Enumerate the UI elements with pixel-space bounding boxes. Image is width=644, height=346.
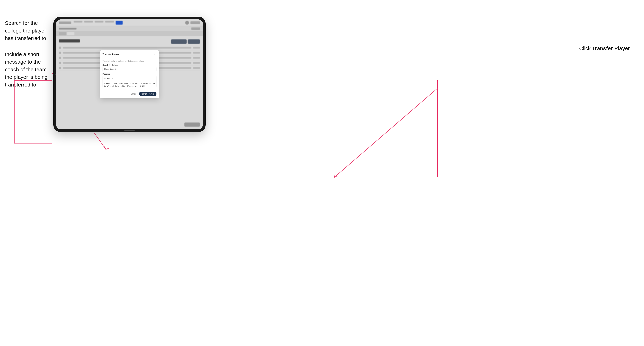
- dialog-body: Transfer the player and their profile to…: [100, 58, 159, 90]
- cancel-button[interactable]: Cancel: [129, 92, 138, 96]
- annotation-message-text: Include a short message to the coach of …: [5, 50, 52, 89]
- close-button[interactable]: ×: [153, 53, 156, 56]
- dialog-description: Transfer the player and their profile to…: [102, 60, 156, 62]
- message-textarea[interactable]: Hi Coach, I understand Chris Robertson h…: [102, 76, 156, 87]
- annotation-transfer-bold: Transfer Player: [592, 45, 630, 51]
- transfer-player-button[interactable]: Transfer Player: [139, 92, 156, 96]
- dialog-title: Transfer Player: [102, 53, 119, 56]
- tablet-screen: Transfer Player × Transfer the player an…: [56, 19, 203, 129]
- message-label: Message: [102, 73, 156, 75]
- dialog-footer: Cancel Transfer Player: [100, 90, 159, 98]
- search-college-input[interactable]: [102, 67, 156, 71]
- annotation-click-text: Click: [579, 45, 592, 51]
- tablet-home-button: [124, 130, 135, 131]
- annotation-search-text: Search for the college the player has tr…: [5, 19, 52, 42]
- annotation-left: Search for the college the player has tr…: [5, 19, 52, 97]
- search-college-label: Search for College: [102, 64, 156, 66]
- transfer-player-dialog: Transfer Player × Transfer the player an…: [100, 50, 159, 98]
- dialog-header: Transfer Player ×: [100, 50, 159, 58]
- modal-overlay: Transfer Player × Transfer the player an…: [56, 19, 203, 129]
- tablet-frame: Transfer Player × Transfer the player an…: [54, 16, 206, 132]
- annotation-right: Click Transfer Player: [579, 45, 630, 51]
- tablet-camera: [55, 74, 56, 75]
- svg-line-4: [334, 88, 438, 177]
